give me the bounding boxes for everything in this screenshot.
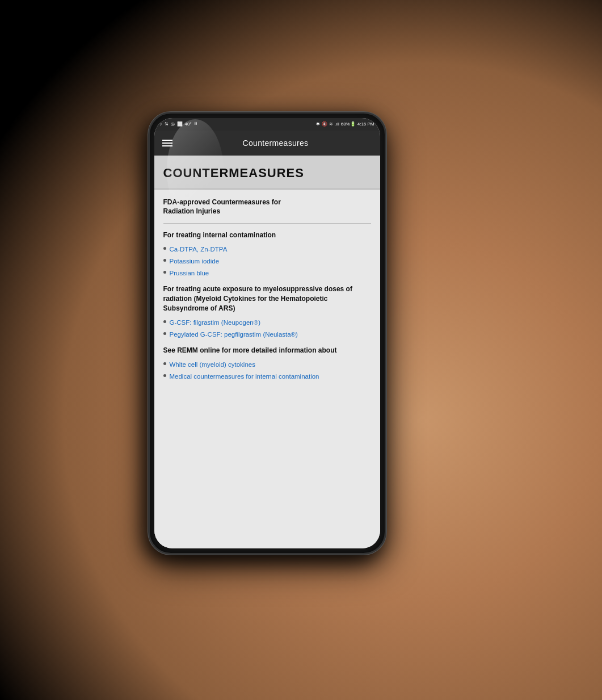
- toolbar-title: Countermeasures: [179, 139, 372, 148]
- status-left-icons: ♪ ⇅ ◎ ⬜ 40° ⠿: [160, 121, 197, 127]
- page-title: COUNTERMEASURES: [163, 166, 371, 181]
- remm-section: See REMM online for more detailed inform…: [163, 346, 371, 381]
- list-item: Medical countermeasures for internal con…: [163, 372, 371, 381]
- list-item: G-CSF: filgrastim (Neupogen®): [163, 318, 371, 327]
- battery-display: 68%🔋: [341, 121, 356, 127]
- bluetooth-icon: ✱: [316, 121, 320, 127]
- ca-dtpa-link[interactable]: Ca-DTPA, Zn-DTPA: [170, 245, 228, 254]
- pegylated-gcsf-link[interactable]: Pegylated G-CSF: pegfilgrastim (Neulasta…: [170, 330, 298, 339]
- status-right-icons: ✱ 🔇 ≋ .ıll 68%🔋 4:16 PM: [316, 121, 374, 127]
- bullet-dot: [163, 332, 166, 335]
- content-area: COUNTERMEASURES FDA-approved Countermeas…: [154, 156, 380, 548]
- phone-device: ♪ ⇅ ◎ ⬜ 40° ⠿ ✱ 🔇 ≋ .ıll 68%🔋 4:16 PM: [148, 112, 386, 555]
- list-item: Ca-DTPA, Zn-DTPA: [163, 245, 371, 254]
- divider-1: [163, 223, 371, 224]
- fda-section-heading: FDA-approved Countermeasures forRadiatio…: [163, 198, 371, 217]
- myelosuppressive-list: G-CSF: filgrastim (Neupogen®) Pegylated …: [163, 318, 371, 339]
- myelosuppressive-heading: For treating acute exposure to myelosupp…: [163, 284, 371, 313]
- list-item: White cell (myeloid) cytokines: [163, 360, 371, 369]
- grid-icon: ⠿: [194, 121, 197, 127]
- bullet-dot: [163, 374, 166, 377]
- medical-countermeasures-link[interactable]: Medical countermeasures for internal con…: [170, 372, 319, 381]
- remm-list: White cell (myeloid) cytokines Medical c…: [163, 360, 371, 381]
- app-toolbar: Countermeasures: [154, 131, 380, 156]
- page-title-banner: COUNTERMEASURES: [154, 156, 380, 190]
- internal-contamination-list: Ca-DTPA, Zn-DTPA Potassium iodide Prussi…: [163, 245, 371, 278]
- hamburger-line-1: [162, 140, 172, 141]
- screenshot-icon: ⬜: [177, 121, 183, 127]
- menu-button[interactable]: [162, 140, 172, 146]
- list-item: Pegylated G-CSF: pegfilgrastim (Neulasta…: [163, 330, 371, 339]
- bullet-dot: [163, 362, 166, 365]
- bullet-dot: [163, 271, 166, 274]
- prussian-blue-link[interactable]: Prussian blue: [170, 269, 209, 278]
- bullet-dot: [163, 259, 166, 262]
- status-bar: ♪ ⇅ ◎ ⬜ 40° ⠿ ✱ 🔇 ≋ .ıll 68%🔋 4:16 PM: [154, 118, 380, 131]
- list-item: Potassium iodide: [163, 257, 371, 266]
- remm-heading: See REMM online for more detailed inform…: [163, 346, 371, 355]
- mute-icon: 🔇: [322, 121, 327, 127]
- internal-contamination-heading: For treating internal contamination: [163, 230, 371, 240]
- wifi-signal-icon: ≋: [329, 121, 333, 127]
- list-item: Prussian blue: [163, 269, 371, 278]
- main-content: FDA-approved Countermeasures forRadiatio…: [154, 190, 380, 395]
- gcsf-link[interactable]: G-CSF: filgrastim (Neupogen®): [170, 318, 261, 327]
- time-display: 4:16 PM: [357, 121, 374, 127]
- bullet-dot: [163, 320, 166, 323]
- temp-display: 40°: [185, 121, 192, 127]
- bullet-dot: [163, 247, 166, 250]
- hamburger-line-2: [162, 142, 172, 144]
- white-cell-link[interactable]: White cell (myeloid) cytokines: [170, 360, 255, 369]
- music-icon: ♪: [160, 121, 162, 127]
- sync-icon: ⇅: [165, 121, 169, 127]
- hamburger-line-3: [162, 145, 172, 146]
- wifi-icon: ◎: [171, 121, 175, 127]
- potassium-iodide-link[interactable]: Potassium iodide: [170, 257, 220, 266]
- phone-screen: ♪ ⇅ ◎ ⬜ 40° ⠿ ✱ 🔇 ≋ .ıll 68%🔋 4:16 PM: [154, 118, 380, 548]
- signal-bars-icon: .ıll: [335, 121, 339, 127]
